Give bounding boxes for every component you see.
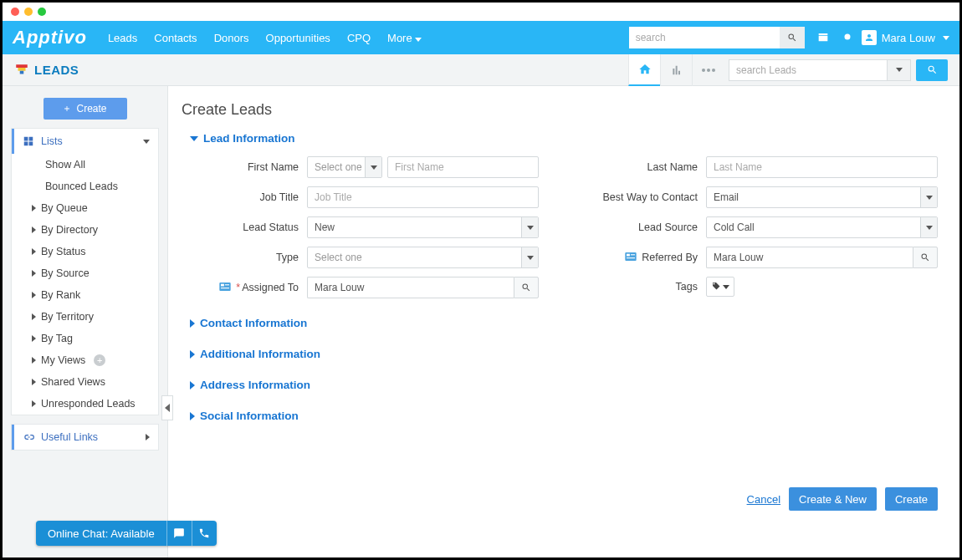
tag-icon <box>711 282 721 292</box>
home-button[interactable] <box>628 54 660 86</box>
best-contact-select[interactable]: Email <box>706 186 938 208</box>
funnel-icon <box>14 63 29 78</box>
list-item-shared-views[interactable]: Shared Views <box>12 371 158 393</box>
more-options-button[interactable] <box>692 54 724 86</box>
row-type: Type Select one <box>190 247 539 268</box>
chevron-right-icon <box>32 357 36 364</box>
create-submit-button[interactable]: Create <box>885 487 938 511</box>
section-additional-info-header[interactable]: Additional Information <box>190 348 938 360</box>
chevron-right-icon <box>32 270 36 277</box>
section-social-info-header[interactable]: Social Information <box>190 410 938 422</box>
chevron-down-icon <box>371 165 377 170</box>
section-lead-info-header[interactable]: Lead Information <box>190 132 938 145</box>
chevron-down-icon <box>896 68 903 72</box>
row-last-name: Last Name <box>589 156 938 178</box>
nav-opportunities[interactable]: Opportunities <box>266 32 330 44</box>
first-name-input[interactable] <box>387 156 539 178</box>
nav-cpq[interactable]: CPQ <box>347 32 371 44</box>
referred-by-input[interactable] <box>706 247 913 268</box>
add-view-icon[interactable]: + <box>94 354 105 366</box>
create-button[interactable]: Create <box>43 98 127 120</box>
chat-phone-icon[interactable] <box>192 521 217 546</box>
svg-rect-2 <box>18 68 26 71</box>
global-search-button[interactable] <box>780 27 805 48</box>
nav-donors[interactable]: Donors <box>214 32 249 44</box>
referred-by-search-button[interactable] <box>913 247 938 268</box>
chart-button[interactable] <box>660 54 692 86</box>
chat-widget[interactable]: Online Chat: Available <box>36 521 217 546</box>
tags-add-button[interactable] <box>706 277 734 297</box>
list-item-my-views[interactable]: My Views+ <box>12 349 158 371</box>
list-item-by-status[interactable]: By Status <box>12 241 158 262</box>
svg-rect-11 <box>625 252 636 261</box>
svg-rect-1 <box>16 64 28 68</box>
module-search-button[interactable] <box>916 59 948 81</box>
nav-contacts[interactable]: Contacts <box>154 32 197 44</box>
chevron-right-icon <box>32 248 36 255</box>
assigned-to-input[interactable] <box>307 277 514 298</box>
store-icon[interactable] <box>816 30 830 46</box>
sidebar-collapse-handle[interactable] <box>161 395 173 420</box>
user-name: Mara Louw <box>882 32 935 44</box>
list-item-bounced[interactable]: Bounced Leads <box>12 176 158 197</box>
chevron-right-icon <box>190 412 195 420</box>
nav-leads[interactable]: Leads <box>108 32 137 44</box>
list-item-by-queue[interactable]: By Queue <box>12 197 158 219</box>
chevron-down-icon <box>527 256 534 260</box>
label-last-name: Last Name <box>589 161 706 173</box>
user-menu[interactable]: Mara Louw <box>862 30 949 45</box>
search-icon <box>521 283 531 293</box>
lists-header[interactable]: Lists <box>12 129 158 154</box>
referred-by-lookup <box>706 247 938 268</box>
footer-actions: Cancel Create & New Create <box>747 487 938 511</box>
chat-message-icon[interactable] <box>166 521 192 546</box>
module-search-input[interactable] <box>729 59 888 81</box>
chevron-right-icon <box>146 434 150 440</box>
list-item-show-all[interactable]: Show All <box>12 154 158 176</box>
type-select[interactable]: Select one <box>307 247 539 268</box>
label-type: Type <box>190 252 307 263</box>
assigned-to-lookup <box>307 277 539 298</box>
global-search-input[interactable] <box>629 27 780 48</box>
salutation-select[interactable]: Select one <box>307 156 382 178</box>
minimize-dot-icon[interactable] <box>24 8 33 16</box>
section-contact-info-header[interactable]: Contact Information <box>190 317 938 329</box>
label-referred-by: Referred By <box>589 252 706 264</box>
job-title-input[interactable] <box>307 186 539 208</box>
last-name-input[interactable] <box>706 156 938 178</box>
plus-icon <box>63 104 71 113</box>
list-item-by-territory[interactable]: By Territory <box>12 306 158 328</box>
list-item-by-tag[interactable]: By Tag <box>12 328 158 349</box>
lead-status-select[interactable]: New <box>307 216 539 238</box>
section-contact-info: Contact Information <box>190 317 938 329</box>
list-item-by-directory[interactable]: By Directory <box>12 219 158 241</box>
section-address-info-header[interactable]: Address Information <box>190 379 938 391</box>
module-search <box>729 59 948 81</box>
chevron-down-icon <box>926 226 933 230</box>
assigned-to-search-button[interactable] <box>514 277 539 298</box>
nav-more[interactable]: More <box>387 32 422 44</box>
row-lead-status: Lead Status New <box>190 216 539 238</box>
cancel-link[interactable]: Cancel <box>747 493 780 506</box>
module-search-dropdown[interactable] <box>888 59 911 81</box>
lead-source-select[interactable]: Cold Call <box>706 216 938 238</box>
svg-rect-8 <box>221 284 224 287</box>
svg-rect-9 <box>225 285 229 286</box>
svg-point-5 <box>707 69 710 72</box>
chat-status-text: Online Chat: Available <box>36 527 166 540</box>
notifications-icon[interactable] <box>842 31 853 45</box>
useful-links-card[interactable]: Useful Links <box>11 424 159 451</box>
lists-card: Lists Show All Bounced Leads By Queue By… <box>11 128 159 415</box>
row-job-title: Job Title <box>190 186 539 208</box>
list-item-unresponded[interactable]: Unresponded Leads <box>12 393 158 415</box>
list-item-by-source[interactable]: By Source <box>12 262 158 284</box>
row-tags: Tags <box>589 277 938 297</box>
row-first-name: First Name Select one <box>190 156 539 178</box>
create-and-new-button[interactable]: Create & New <box>789 487 877 511</box>
label-assigned-to: *Assigned To <box>190 282 307 294</box>
list-item-by-rank[interactable]: By Rank <box>12 284 158 306</box>
close-dot-icon[interactable] <box>11 8 19 16</box>
brand-logo[interactable]: Apptivo <box>13 27 87 48</box>
maximize-dot-icon[interactable] <box>38 8 46 16</box>
chevron-down-icon <box>527 226 534 230</box>
